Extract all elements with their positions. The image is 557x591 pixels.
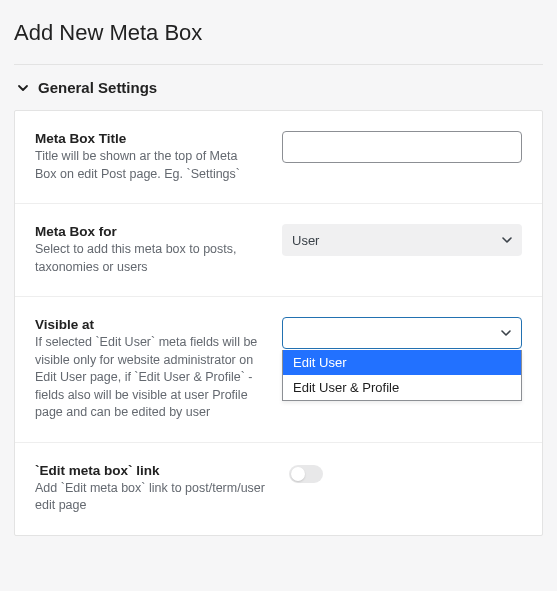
page-title: Add New Meta Box bbox=[14, 20, 543, 46]
desc-visible: If selected `Edit User` meta fields will… bbox=[35, 334, 262, 422]
settings-panel: Meta Box Title Title will be shown ar th… bbox=[14, 110, 543, 536]
select-for-value: User bbox=[292, 233, 319, 248]
row-visible: Visible at If selected `Edit User` meta … bbox=[15, 297, 542, 443]
chevron-down-icon bbox=[499, 326, 513, 340]
label-editlink: `Edit meta box` link bbox=[35, 463, 269, 478]
toggle-editlink[interactable] bbox=[289, 465, 323, 483]
row-for: Meta Box for Select to add this meta box… bbox=[15, 204, 542, 297]
select-visible[interactable] bbox=[282, 317, 522, 349]
row-title: Meta Box Title Title will be shown ar th… bbox=[15, 111, 542, 204]
divider bbox=[14, 64, 543, 65]
section-label: General Settings bbox=[38, 79, 157, 96]
option-edit-user-profile[interactable]: Edit User & Profile bbox=[283, 375, 521, 400]
desc-editlink: Add `Edit meta box` link to post/term/us… bbox=[35, 480, 269, 515]
dropdown-visible: Edit User Edit User & Profile bbox=[282, 350, 522, 401]
toggle-knob bbox=[291, 467, 305, 481]
select-for[interactable]: User bbox=[282, 224, 522, 256]
label-for: Meta Box for bbox=[35, 224, 262, 239]
desc-title: Title will be shown ar the top of Meta B… bbox=[35, 148, 262, 183]
row-editlink: `Edit meta box` link Add `Edit meta box`… bbox=[15, 443, 542, 535]
label-title: Meta Box Title bbox=[35, 131, 262, 146]
section-toggle-general[interactable]: General Settings bbox=[14, 79, 543, 96]
chevron-down-icon bbox=[500, 233, 514, 247]
desc-for: Select to add this meta box to posts, ta… bbox=[35, 241, 262, 276]
chevron-down-icon bbox=[16, 81, 30, 95]
label-visible: Visible at bbox=[35, 317, 262, 332]
option-edit-user[interactable]: Edit User bbox=[283, 350, 521, 375]
input-title[interactable] bbox=[282, 131, 522, 163]
